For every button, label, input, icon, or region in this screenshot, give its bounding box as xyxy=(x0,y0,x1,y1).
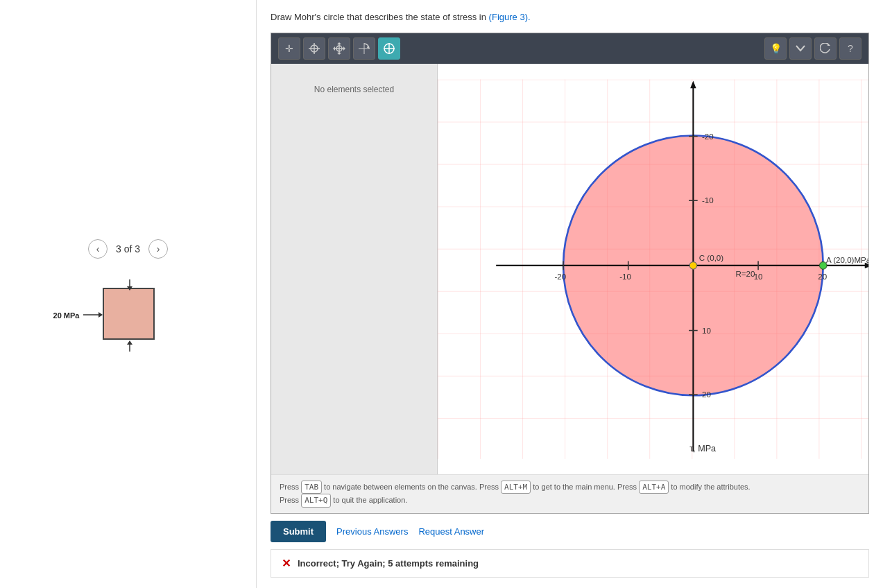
instructions-bar: Press TAB to navigate between elements o… xyxy=(271,474,868,513)
altm-key-badge: ALT+M xyxy=(501,481,531,494)
svg-marker-22 xyxy=(828,43,830,46)
figure-link[interactable]: (Figure 3). xyxy=(489,12,531,22)
svg-marker-14 xyxy=(333,46,335,51)
submit-button[interactable]: Submit xyxy=(271,521,326,542)
tau-axis-label: τ, MPa xyxy=(689,444,717,453)
center-point xyxy=(689,261,697,269)
tool-select[interactable] xyxy=(303,37,325,60)
action-row: Submit Previous Answers Request Answer xyxy=(271,521,869,542)
question-text: Draw Mohr's circle that describes the st… xyxy=(271,10,869,24)
collapse-button[interactable] xyxy=(789,37,812,60)
stress-diagram: 20 MPa xyxy=(83,279,173,349)
svg-text:10: 10 xyxy=(702,326,711,334)
tab-key-badge: TAB xyxy=(301,481,322,494)
reset-button[interactable] xyxy=(814,37,837,60)
graph-area[interactable]: -20 -10 10 20 -20 xyxy=(438,64,868,474)
right-panel: Draw Mohr's circle that describes the st… xyxy=(257,0,883,588)
tool-translate[interactable] xyxy=(328,37,350,60)
svg-marker-12 xyxy=(337,42,341,44)
canvas-area: No elements selected xyxy=(271,64,868,474)
stress-label: 20 MPa xyxy=(53,311,80,320)
mohr-circle-graph: -20 -10 10 20 -20 xyxy=(438,64,868,474)
error-icon: ✕ xyxy=(282,557,291,570)
tool-move[interactable]: ✛ xyxy=(278,37,300,60)
point-a-label: A (20,0)MPa xyxy=(826,255,868,263)
svg-marker-1 xyxy=(98,312,103,318)
svg-text:20: 20 xyxy=(702,390,711,399)
elements-panel: No elements selected xyxy=(271,64,438,474)
nav-controls: ‹ 3 of 3 › xyxy=(88,239,168,259)
tool-rotate[interactable] xyxy=(353,37,375,60)
svg-text:-20: -20 xyxy=(554,272,566,280)
altq-key-badge: ALT+Q xyxy=(301,494,331,508)
bottom-arrow xyxy=(126,340,133,352)
svg-marker-4 xyxy=(127,340,132,345)
hint-button[interactable]: 💡 xyxy=(764,37,787,60)
alta-key-badge: ALT+A xyxy=(639,481,669,494)
svg-text:-20: -20 xyxy=(702,132,714,140)
svg-marker-15 xyxy=(343,46,345,51)
stress-square xyxy=(103,288,155,340)
left-panel: ‹ 3 of 3 › xyxy=(0,0,257,588)
svg-marker-13 xyxy=(337,53,341,55)
prev-button[interactable]: ‹ xyxy=(88,239,108,259)
radius-label: R=20 xyxy=(735,269,755,277)
error-box: ✕ Incorrect; Try Again; 5 attempts remai… xyxy=(271,549,869,578)
previous-answers-button[interactable]: Previous Answers xyxy=(336,526,408,537)
no-elements-label: No elements selected xyxy=(314,85,394,94)
nav-count: 3 of 3 xyxy=(116,243,140,254)
toolbar-left: ✛ xyxy=(278,37,400,60)
tool-crosshair[interactable] xyxy=(378,37,400,60)
svg-text:10: 10 xyxy=(754,272,763,280)
svg-marker-3 xyxy=(127,286,132,291)
next-button[interactable]: › xyxy=(148,239,168,259)
help-button[interactable]: ? xyxy=(839,37,861,60)
toolbar: ✛ xyxy=(271,33,868,64)
error-message: Incorrect; Try Again; 5 attempts remaini… xyxy=(298,558,479,569)
center-label: C (0,0) xyxy=(699,253,723,261)
left-arrow xyxy=(83,311,103,318)
svg-text:20: 20 xyxy=(818,272,827,280)
svg-text:-10: -10 xyxy=(619,272,631,280)
request-answer-button[interactable]: Request Answer xyxy=(418,526,484,537)
top-arrow xyxy=(126,279,133,291)
svg-text:-10: -10 xyxy=(702,196,714,205)
canvas-container: ✛ xyxy=(271,33,869,514)
toolbar-right: 💡 ? xyxy=(764,37,861,60)
